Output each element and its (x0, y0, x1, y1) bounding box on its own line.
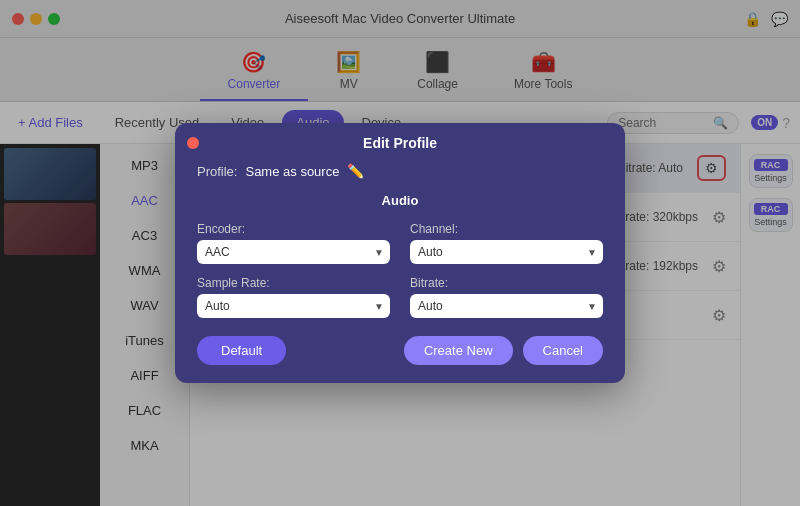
modal-footer: Default Create New Cancel (175, 336, 625, 365)
modal-title: Edit Profile (363, 135, 437, 151)
sample-rate-select-wrapper: Auto 44100 Hz 48000 Hz ▼ (197, 294, 390, 318)
bitrate-label: Bitrate: (410, 276, 603, 290)
channel-group: Channel: Auto Stereo Mono ▼ (410, 222, 603, 264)
modal-action-buttons: Create New Cancel (404, 336, 603, 365)
modal-body: Profile: Same as source ✏️ Audio Encoder… (175, 159, 625, 318)
bitrate-group: Bitrate: Auto 128kbps 192kbps 320kbps ▼ (410, 276, 603, 318)
encoder-group: Encoder: AAC MP3 ▼ (197, 222, 390, 264)
profile-label: Profile: (197, 164, 237, 179)
sample-rate-select[interactable]: Auto 44100 Hz 48000 Hz (197, 294, 390, 318)
create-new-button[interactable]: Create New (404, 336, 513, 365)
edit-icon[interactable]: ✏️ (347, 163, 364, 179)
sample-rate-group: Sample Rate: Auto 44100 Hz 48000 Hz ▼ (197, 276, 390, 318)
encoder-select[interactable]: AAC MP3 (197, 240, 390, 264)
channel-select[interactable]: Auto Stereo Mono (410, 240, 603, 264)
channel-label: Channel: (410, 222, 603, 236)
modal-close-button[interactable] (187, 137, 199, 149)
sample-rate-label: Sample Rate: (197, 276, 390, 290)
edit-profile-modal: Edit Profile Profile: Same as source ✏️ … (175, 123, 625, 383)
section-audio-title: Audio (197, 193, 603, 208)
cancel-button[interactable]: Cancel (523, 336, 603, 365)
modal-overlay: Edit Profile Profile: Same as source ✏️ … (0, 0, 800, 506)
encoder-label: Encoder: (197, 222, 390, 236)
modal-titlebar: Edit Profile (175, 123, 625, 159)
channel-select-wrapper: Auto Stereo Mono ▼ (410, 240, 603, 264)
bitrate-select-wrapper: Auto 128kbps 192kbps 320kbps ▼ (410, 294, 603, 318)
encoder-select-wrapper: AAC MP3 ▼ (197, 240, 390, 264)
bitrate-select[interactable]: Auto 128kbps 192kbps 320kbps (410, 294, 603, 318)
form-grid: Encoder: AAC MP3 ▼ Channel: Auto (197, 222, 603, 318)
default-button[interactable]: Default (197, 336, 286, 365)
profile-value: Same as source (245, 164, 339, 179)
profile-row: Profile: Same as source ✏️ (197, 159, 603, 179)
